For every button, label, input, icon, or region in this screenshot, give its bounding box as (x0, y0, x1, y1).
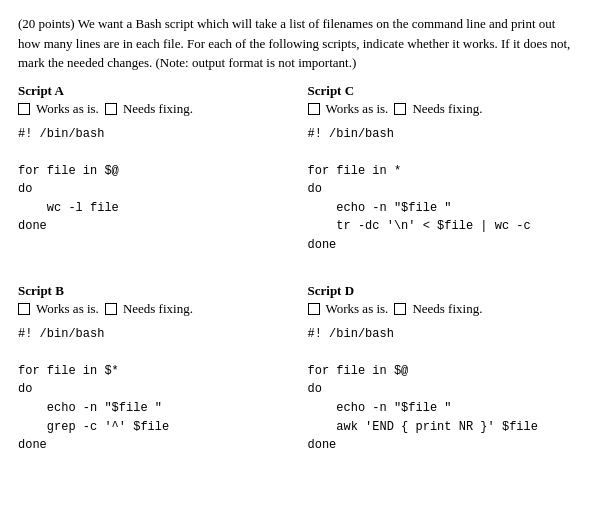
script-title-c: Script C (308, 83, 578, 99)
checkbox-needs-a[interactable] (105, 103, 117, 115)
checkbox-needs-b[interactable] (105, 303, 117, 315)
needs-label-d: Needs fixing. (412, 301, 482, 317)
works-label-c: Works as is. (326, 101, 389, 117)
code-c: #! /bin/bash for file in * do echo -n "$… (308, 125, 578, 255)
needs-label-a: Needs fixing. (123, 101, 193, 117)
code-b: #! /bin/bash for file in $* do echo -n "… (18, 325, 288, 455)
code-d: #! /bin/bash for file in $@ do echo -n "… (308, 325, 578, 455)
checkbox-works-c[interactable] (308, 103, 320, 115)
scripts-grid: Script A Works as is. Needs fixing. #! /… (18, 83, 577, 473)
script-block-c: Script C Works as is. Needs fixing. #! /… (308, 83, 578, 255)
script-title-b: Script B (18, 283, 288, 299)
works-line-c: Works as is. Needs fixing. (308, 101, 578, 117)
needs-label-c: Needs fixing. (412, 101, 482, 117)
works-label-d: Works as is. (326, 301, 389, 317)
works-line-a: Works as is. Needs fixing. (18, 101, 288, 117)
works-label-b: Works as is. (36, 301, 99, 317)
checkbox-works-a[interactable] (18, 103, 30, 115)
script-block-a: Script A Works as is. Needs fixing. #! /… (18, 83, 288, 255)
checkbox-needs-d[interactable] (394, 303, 406, 315)
works-line-d: Works as is. Needs fixing. (308, 301, 578, 317)
intro-text: (20 points) We want a Bash script which … (18, 14, 577, 73)
works-line-b: Works as is. Needs fixing. (18, 301, 288, 317)
script-block-d: Script D Works as is. Needs fixing. #! /… (308, 273, 578, 455)
checkbox-needs-c[interactable] (394, 103, 406, 115)
checkbox-works-b[interactable] (18, 303, 30, 315)
script-block-b: Script B Works as is. Needs fixing. #! /… (18, 273, 288, 455)
checkbox-works-d[interactable] (308, 303, 320, 315)
code-a: #! /bin/bash for file in $@ do wc -l fil… (18, 125, 288, 237)
needs-label-b: Needs fixing. (123, 301, 193, 317)
works-label-a: Works as is. (36, 101, 99, 117)
script-title-d: Script D (308, 283, 578, 299)
script-title-a: Script A (18, 83, 288, 99)
